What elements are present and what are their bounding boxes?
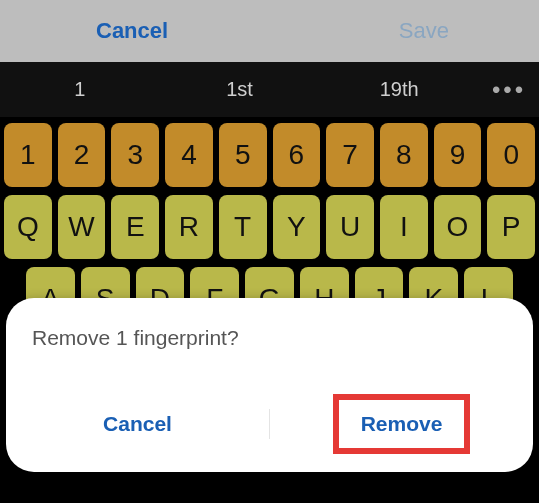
save-button[interactable]: Save: [399, 18, 449, 44]
suggestion-1[interactable]: 1: [0, 78, 160, 101]
key-4[interactable]: 4: [165, 123, 213, 187]
dialog-overlay: Remove 1 fingerprint? Cancel Remove: [0, 298, 539, 503]
key-9[interactable]: 9: [434, 123, 482, 187]
confirm-dialog: Remove 1 fingerprint? Cancel Remove: [6, 298, 533, 472]
dialog-remove-wrap: Remove: [270, 394, 533, 454]
keyboard: 1 2 3 4 5 6 7 8 9 0 Q W E R T Y U I O P …: [0, 117, 539, 305]
key-p[interactable]: P: [487, 195, 535, 259]
key-q[interactable]: Q: [4, 195, 52, 259]
dialog-remove-button[interactable]: Remove: [361, 412, 443, 435]
suggestion-more-icon[interactable]: •••: [479, 76, 539, 104]
key-6[interactable]: 6: [273, 123, 321, 187]
dialog-actions: Cancel Remove: [6, 394, 533, 454]
key-0[interactable]: 0: [487, 123, 535, 187]
suggestion-2[interactable]: 1st: [160, 78, 320, 101]
suggestion-3[interactable]: 19th: [319, 78, 479, 101]
highlight-annotation: Remove: [333, 394, 471, 454]
key-y[interactable]: Y: [273, 195, 321, 259]
key-3[interactable]: 3: [111, 123, 159, 187]
dialog-cancel-button[interactable]: Cancel: [6, 412, 269, 436]
key-w[interactable]: W: [58, 195, 106, 259]
bottom-strip: [0, 477, 539, 503]
key-o[interactable]: O: [434, 195, 482, 259]
keyboard-suggestion-bar: 1 1st 19th •••: [0, 62, 539, 117]
editor-topbar: Cancel Save: [0, 0, 539, 62]
cancel-button[interactable]: Cancel: [96, 18, 168, 44]
key-u[interactable]: U: [326, 195, 374, 259]
key-t[interactable]: T: [219, 195, 267, 259]
key-r[interactable]: R: [165, 195, 213, 259]
key-7[interactable]: 7: [326, 123, 374, 187]
dialog-message: Remove 1 fingerprint?: [32, 326, 507, 350]
key-row-qwerty: Q W E R T Y U I O P: [4, 195, 535, 259]
key-1[interactable]: 1: [4, 123, 52, 187]
key-e[interactable]: E: [111, 195, 159, 259]
key-2[interactable]: 2: [58, 123, 106, 187]
key-8[interactable]: 8: [380, 123, 428, 187]
key-i[interactable]: I: [380, 195, 428, 259]
key-5[interactable]: 5: [219, 123, 267, 187]
key-row-numbers: 1 2 3 4 5 6 7 8 9 0: [4, 123, 535, 187]
